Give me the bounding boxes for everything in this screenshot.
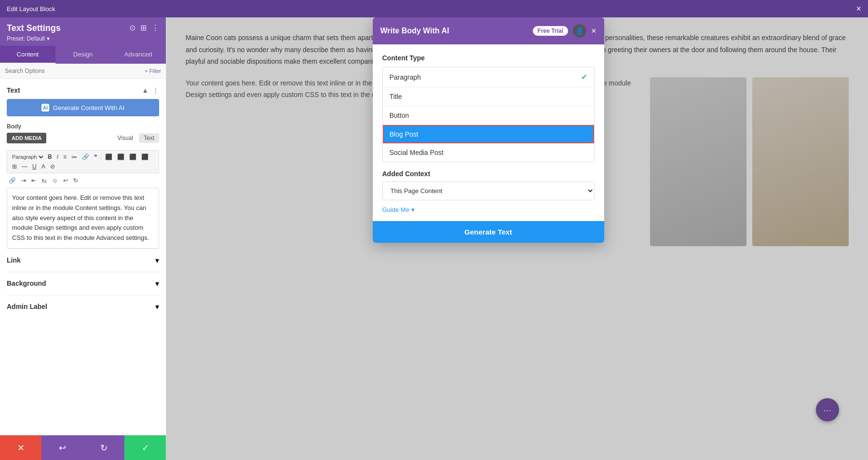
italic-icon[interactable]: I: [55, 153, 60, 161]
format-select[interactable]: Paragraph: [10, 153, 45, 160]
link-section: Link ▾: [7, 249, 159, 272]
paragraph-check-icon: ✔: [581, 72, 587, 82]
sidebar-preset[interactable]: Preset: Default ▾: [7, 35, 61, 42]
modal-header: Write Body With AI Free Trial 👤 ×: [373, 17, 604, 44]
blockquote-icon[interactable]: ❝: [92, 153, 99, 161]
content-type-button-label: Button: [390, 112, 409, 119]
ai-button-label: Generate Content With AI: [53, 104, 124, 112]
text-section-more[interactable]: ⋮: [152, 86, 159, 94]
content-type-blog-post[interactable]: Blog Post: [383, 125, 594, 143]
subscript-icon[interactable]: x₂: [40, 176, 49, 185]
background-section: Background ▾: [7, 272, 159, 295]
sidebar-tabs: Content Design Advanced: [0, 46, 166, 64]
content-area: Maine Coon cats possess a unique charm t…: [166, 17, 868, 460]
sidebar-content: Text ▲ ⋮ AI Generate Content With AI Bod…: [0, 79, 166, 435]
ai-icon: AI: [41, 104, 49, 112]
bold-icon[interactable]: B: [46, 153, 54, 161]
sidebar-header: Text Settings Preset: Default ▾ ⊙ ⊞ ⋮: [0, 17, 166, 46]
admin-label-section: Admin Label ▾: [7, 295, 159, 318]
emoji-icon[interactable]: ☺: [50, 176, 60, 185]
filter-button[interactable]: + Filter: [145, 68, 161, 74]
align-center-icon[interactable]: ⬛: [115, 153, 126, 161]
underline-icon[interactable]: U: [30, 162, 39, 171]
undo-button[interactable]: ↩: [41, 435, 83, 460]
settings-icon[interactable]: ⊙: [129, 23, 136, 32]
content-type-list: Paragraph ✔ Title Button Bl: [382, 67, 595, 162]
align-right-icon[interactable]: ⬛: [127, 153, 138, 161]
editor-tab-visual[interactable]: Visual: [113, 133, 138, 143]
redo-button[interactable]: ↻: [83, 435, 124, 460]
toolbar-divider: [101, 153, 101, 161]
background-section-title: Background: [7, 279, 46, 287]
modal-body: Content Type Paragraph ✔ Title: [373, 44, 604, 213]
link2-icon[interactable]: 🔗: [7, 176, 18, 185]
sidebar-title: Text Settings: [7, 23, 61, 33]
link-chevron-icon: ▾: [155, 256, 159, 265]
undo-icon[interactable]: ↩: [61, 176, 70, 185]
modal-title: Write Body With AI: [380, 27, 449, 35]
text-color-icon[interactable]: A: [40, 162, 47, 171]
unordered-list-icon[interactable]: ≡: [61, 153, 68, 161]
added-context-label: Added Context: [382, 170, 595, 178]
main-layout: Text Settings Preset: Default ▾ ⊙ ⊞ ⋮ Co…: [0, 17, 868, 460]
content-type-paragraph[interactable]: Paragraph ✔: [383, 67, 594, 87]
add-media-button[interactable]: ADD MEDIA: [7, 133, 46, 143]
ai-modal: Write Body With AI Free Trial 👤 × Conten…: [373, 17, 604, 243]
clear-format-icon[interactable]: ⊘: [48, 162, 57, 171]
admin-label-section-header[interactable]: Admin Label ▾: [7, 302, 159, 311]
guide-me-button[interactable]: Guide Me ▾: [382, 206, 595, 213]
columns-icon[interactable]: ⊞: [140, 23, 147, 32]
content-type-blog-post-label: Blog Post: [390, 130, 419, 138]
tab-content[interactable]: Content: [0, 46, 55, 64]
content-type-paragraph-label: Paragraph: [390, 73, 421, 81]
background-section-header[interactable]: Background ▾: [7, 279, 159, 288]
editor-content[interactable]: Your content goes here. Edit or remove t…: [7, 188, 159, 249]
link-section-title: Link: [7, 256, 21, 264]
top-bar-close-button[interactable]: ×: [856, 4, 861, 13]
table-icon[interactable]: ⊞: [10, 162, 19, 171]
text-section-collapse[interactable]: ▲: [142, 86, 149, 94]
background-chevron-icon: ▾: [155, 279, 159, 288]
cancel-button[interactable]: ✕: [0, 435, 41, 460]
toolbar-row2: 🔗 ⇥ ⇤ x₂ ☺ ↩ ↻: [7, 176, 159, 185]
horizontal-rule-icon[interactable]: —: [20, 162, 29, 171]
context-select[interactable]: This Page Content: [382, 181, 595, 200]
editor-tab-text[interactable]: Text: [139, 133, 159, 143]
more-options-icon[interactable]: ⋮: [151, 23, 159, 32]
align-justify-icon[interactable]: ⬛: [139, 153, 150, 161]
top-bar-title: Edit Layout Block: [7, 5, 55, 13]
save-button[interactable]: ✓: [124, 435, 166, 460]
admin-label-chevron-icon: ▾: [155, 302, 159, 311]
link-section-header[interactable]: Link ▾: [7, 256, 159, 265]
modal-close-button[interactable]: ×: [591, 27, 597, 35]
editor-tabs: Visual Text: [113, 133, 159, 143]
header-icon-group: ⊙ ⊞ ⋮: [129, 23, 159, 32]
tab-design[interactable]: Design: [55, 46, 111, 64]
user-avatar-icon: 👤: [573, 24, 586, 38]
outdent-icon[interactable]: ⇤: [29, 176, 38, 185]
content-type-button[interactable]: Button: [383, 106, 594, 125]
redo-icon[interactable]: ↻: [71, 176, 80, 185]
body-label: Body: [7, 123, 159, 130]
modal-header-right: Free Trial 👤 ×: [533, 24, 597, 38]
free-trial-badge[interactable]: Free Trial: [533, 26, 568, 36]
generate-text-button[interactable]: Generate Text: [373, 221, 604, 243]
content-type-label: Content Type: [382, 54, 595, 62]
search-input[interactable]: [5, 68, 142, 74]
text-section-header: Text ▲ ⋮: [7, 86, 159, 94]
ai-generate-button[interactable]: AI Generate Content With AI: [7, 99, 159, 116]
content-type-title[interactable]: Title: [383, 87, 594, 106]
ordered-list-icon[interactable]: ≔: [69, 153, 79, 161]
content-type-title-label: Title: [390, 93, 402, 100]
top-bar: Edit Layout Block ×: [0, 0, 868, 17]
indent-icon[interactable]: ⇥: [19, 176, 28, 185]
admin-label-title: Admin Label: [7, 303, 47, 310]
content-type-social-media[interactable]: Social Media Post: [383, 143, 594, 162]
tab-advanced[interactable]: Advanced: [110, 46, 166, 64]
link-icon[interactable]: 🔗: [80, 153, 91, 161]
align-left-icon[interactable]: ⬛: [103, 153, 114, 161]
body-section: Body ADD MEDIA Visual Text Paragraph B I…: [7, 123, 159, 249]
content-type-social-label: Social Media Post: [390, 149, 444, 156]
text-section-title: Text: [7, 86, 20, 94]
modal-overlay: Write Body With AI Free Trial 👤 × Conten…: [166, 17, 868, 460]
